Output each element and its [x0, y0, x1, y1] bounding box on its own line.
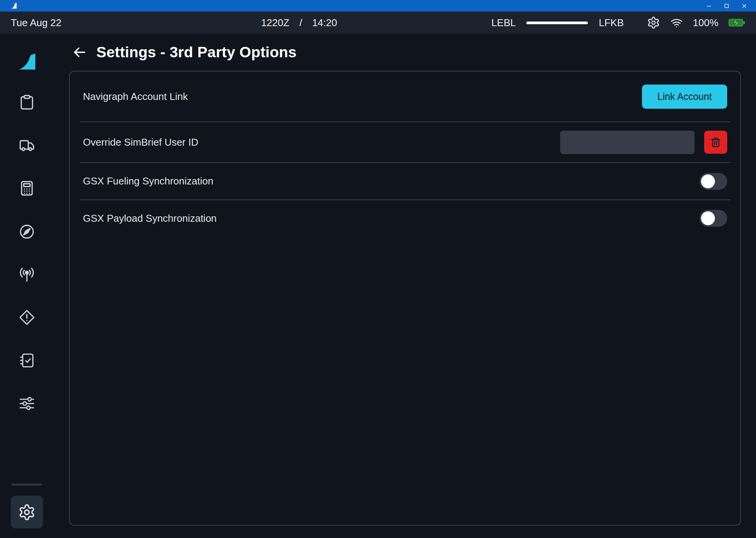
battery-charging-icon [728, 18, 745, 27]
sidebar-item-navigation[interactable] [18, 222, 36, 241]
wifi-icon [670, 16, 683, 29]
checklist-notebook-icon [18, 352, 35, 369]
clipboard-icon [18, 94, 35, 111]
airline-tail-fin-logo [17, 51, 37, 71]
antenna-broadcast-icon [18, 266, 35, 283]
window-titlebar [0, 0, 756, 12]
toggle-knob [701, 211, 715, 225]
battery-percent: 100% [693, 17, 719, 29]
efb-status-bar: Tue Aug 22 1220Z / 14:20 LEBL LFKB 100% [0, 12, 756, 34]
sidebar-item-radio-comms[interactable] [18, 265, 36, 284]
sidebar-item-checklists[interactable] [18, 351, 36, 370]
status-date: Tue Aug 22 [11, 17, 172, 29]
link-account-button[interactable]: Link Account [642, 85, 727, 109]
sidebar-divider [12, 483, 42, 486]
status-time-separator: / [299, 17, 302, 29]
truck-icon [18, 137, 35, 154]
setting-row-simbrief-id: Override SimBrief User ID [70, 122, 740, 162]
setting-row-gsx-fueling: GSX Fueling Synchronization [70, 163, 740, 199]
sidebar [0, 34, 54, 538]
sidebar-item-settings[interactable] [11, 496, 43, 528]
setting-label: GSX Fueling Synchronization [83, 175, 213, 187]
minimize-icon [706, 3, 712, 9]
sliders-icon [18, 395, 35, 412]
status-utc-time: 1220Z [261, 17, 289, 29]
maximize-icon [724, 3, 730, 9]
back-arrow-icon [72, 45, 87, 60]
setting-label: GSX Payload Synchronization [83, 213, 217, 224]
clear-simbrief-id-button[interactable] [704, 131, 727, 154]
status-local-time: 14:20 [312, 17, 337, 29]
setting-label: Override SimBrief User ID [83, 136, 199, 148]
compass-icon [18, 223, 35, 240]
minimize-button[interactable] [700, 0, 718, 12]
route-destination: LFKB [599, 17, 624, 29]
alert-diamond-icon [18, 309, 35, 326]
calculator-icon [18, 180, 35, 197]
gear-icon[interactable] [647, 16, 660, 29]
sidebar-item-flight-briefing[interactable] [18, 93, 36, 111]
toggle-knob [701, 174, 715, 188]
setting-row-gsx-payload: GSX Payload Synchronization [70, 200, 740, 236]
route-progress-line [526, 22, 588, 24]
page-header: Settings - 3rd Party Options [54, 34, 756, 71]
trash-icon [710, 136, 721, 148]
sidebar-item-ground-services[interactable] [18, 136, 36, 154]
back-button[interactable] [71, 44, 88, 61]
setting-label: Navigraph Account Link [83, 91, 188, 103]
sidebar-item-options[interactable] [18, 394, 36, 413]
close-button[interactable] [735, 0, 753, 12]
page-title: Settings - 3rd Party Options [96, 44, 296, 61]
route-origin: LEBL [491, 17, 516, 29]
gear-icon [18, 503, 36, 521]
settings-panel: Navigraph Account Link Link Account Over… [69, 71, 741, 526]
sidebar-item-performance-calculator[interactable] [18, 179, 36, 198]
gsx-payload-toggle[interactable] [700, 210, 727, 227]
gsx-fueling-toggle[interactable] [700, 173, 727, 190]
maximize-button[interactable] [718, 0, 735, 12]
setting-row-navigraph: Navigraph Account Link Link Account [70, 71, 740, 121]
simbrief-id-input[interactable] [560, 131, 695, 154]
close-icon [741, 3, 747, 9]
sidebar-item-failures[interactable] [18, 308, 36, 327]
app-window-icon [10, 2, 18, 10]
